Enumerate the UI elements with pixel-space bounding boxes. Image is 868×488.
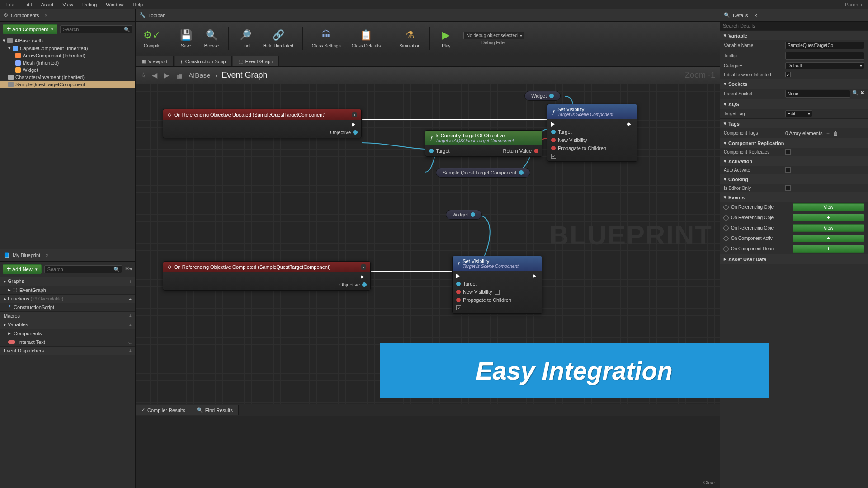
hide-unrelated-button[interactable]: 🔗Hide Unrelated xyxy=(259,26,297,50)
exec-in-pin[interactable] xyxy=(551,122,557,127)
clear-results-button[interactable]: Clear xyxy=(703,480,715,485)
variables-category[interactable]: ▸ Variables+ xyxy=(0,320,135,329)
grid-icon[interactable]: ▦ xyxy=(175,72,184,79)
tooltip-input[interactable] xyxy=(785,52,864,60)
functions-category[interactable]: ▸ Functions (29 Overridable)+ xyxy=(0,294,135,303)
menu-edit[interactable]: Edit xyxy=(19,1,37,8)
target-tag-select[interactable]: Edit▾ xyxy=(785,110,812,117)
delete-tag-icon[interactable]: 🗑 xyxy=(833,131,838,136)
exec-out-pin[interactable] xyxy=(533,274,538,278)
debug-object-select[interactable]: No debug object selected xyxy=(463,32,524,39)
objective-pin[interactable] xyxy=(353,130,358,135)
eye-closed-icon[interactable]: ◡ xyxy=(128,339,132,345)
event-add-button[interactable]: + xyxy=(793,214,864,221)
add-graph-button[interactable]: + xyxy=(129,279,132,284)
add-variable-button[interactable]: + xyxy=(129,322,132,328)
forward-icon[interactable]: ▶ xyxy=(163,71,170,80)
event-view-button[interactable]: View xyxy=(793,224,864,232)
tree-row-charmove[interactable]: CharacterMovement (Inherited) xyxy=(0,74,135,81)
details-search[interactable] xyxy=(720,22,868,30)
add-function-button[interactable]: + xyxy=(129,296,132,302)
widget-var-1[interactable]: Widget xyxy=(524,91,561,101)
favorite-icon[interactable]: ☆ xyxy=(140,71,146,80)
menu-file[interactable]: File xyxy=(2,1,19,8)
editable-checkbox[interactable]: ✓ xyxy=(785,72,791,77)
close-icon[interactable]: × xyxy=(44,13,47,18)
variable-section[interactable]: ▾ Variable xyxy=(720,31,868,40)
event-add-button[interactable]: + xyxy=(793,235,864,242)
event-view-button[interactable]: View xyxy=(793,203,864,211)
add-tag-icon[interactable]: ＋ xyxy=(826,130,830,136)
interacttext-var[interactable]: Interact Text◡ xyxy=(0,338,135,346)
tree-row-samplequest[interactable]: SampleQuestTargetComponent xyxy=(0,81,135,88)
aqs-section[interactable]: ▾ AQS xyxy=(720,99,868,109)
propagate-pin[interactable] xyxy=(456,298,461,302)
constructionscript-item[interactable]: ƒConstructionScript xyxy=(0,303,135,311)
tree-row-mesh[interactable]: Mesh (Inherited) xyxy=(0,59,135,66)
menu-debug[interactable]: Debug xyxy=(78,1,101,8)
compile-button[interactable]: ⚙✓Compile xyxy=(140,26,164,50)
eventgraph-item[interactable]: ▸ ⬚EventGraph xyxy=(0,286,135,294)
menu-window[interactable]: Window xyxy=(101,1,128,8)
add-new-button[interactable]: ✚ Add New xyxy=(3,264,42,274)
back-icon[interactable]: ◀ xyxy=(151,71,158,80)
class-defaults-button[interactable]: 📋Class Defaults xyxy=(348,26,384,50)
menu-help[interactable]: Help xyxy=(128,1,147,8)
tree-row-widget[interactable]: Widget xyxy=(0,66,135,74)
close-icon[interactable]: × xyxy=(46,253,48,258)
parent-socket-input[interactable] xyxy=(785,90,850,98)
components-var-item[interactable]: ▸Components xyxy=(0,329,135,338)
replication-section[interactable]: ▾ Component Replication xyxy=(720,138,868,148)
function-node-istarget[interactable]: ƒIs Currently Target Of ObjectiveTarget … xyxy=(425,130,542,157)
sockets-section[interactable]: ▾ Sockets xyxy=(720,79,868,89)
compiler-results-tab[interactable]: ✓Compiler Results xyxy=(136,405,191,415)
tags-section[interactable]: ▾ Tags xyxy=(720,119,868,128)
events-section[interactable]: ▾ Events xyxy=(720,192,868,202)
setvisibility-node-1[interactable]: ƒSet VisibilityTarget is Scene Component… xyxy=(547,104,637,162)
propagate-checkbox[interactable]: ✓ xyxy=(456,305,461,310)
target-in-pin[interactable] xyxy=(456,282,461,286)
target-in-pin[interactable] xyxy=(551,130,556,134)
objective-pin[interactable] xyxy=(362,282,367,287)
play-button[interactable]: ▶Play xyxy=(435,26,457,50)
assetuserdata-section[interactable]: ▸ Asset User Data xyxy=(720,254,868,264)
tree-row-capsule[interactable]: ▾CapsuleComponent (Inherited) xyxy=(0,44,135,52)
class-settings-button[interactable]: 🏛Class Settings xyxy=(308,26,344,50)
breadcrumb-root[interactable]: AIBase xyxy=(189,71,210,79)
editoronly-checkbox[interactable] xyxy=(785,185,791,191)
cooking-section[interactable]: ▾ Cooking xyxy=(720,174,868,184)
node-toggle[interactable]: ▫ xyxy=(361,264,366,270)
close-icon[interactable]: × xyxy=(755,13,757,18)
clear-socket-icon[interactable]: ✖ xyxy=(860,90,864,98)
graphs-category[interactable]: ▸ Graphs+ xyxy=(0,277,135,286)
viewport-tab[interactable]: ▦Viewport xyxy=(136,56,174,66)
menu-asset[interactable]: Asset xyxy=(37,1,58,8)
variable-name-input[interactable] xyxy=(785,42,864,49)
event-node-completed[interactable]: ◇On Referencing Objective Completed (Sam… xyxy=(163,261,371,291)
propagate-checkbox[interactable]: ✓ xyxy=(551,154,556,159)
search-socket-icon[interactable]: 🔍 xyxy=(852,90,859,98)
exec-out-pin[interactable] xyxy=(627,122,633,127)
myblueprint-tab[interactable]: 📘 My Blueprint × xyxy=(0,249,135,262)
node-toggle[interactable]: ▫ xyxy=(352,112,357,117)
category-select[interactable]: Default▾ xyxy=(785,62,864,69)
widget-var-2[interactable]: Widget xyxy=(446,210,482,220)
samplequest-var[interactable]: Sample Quest Target Component xyxy=(436,168,530,178)
browse-button[interactable]: 🔍Browse xyxy=(201,26,223,50)
event-add-button[interactable]: + xyxy=(793,245,864,253)
autoactivate-checkbox[interactable] xyxy=(785,167,791,173)
target-pin[interactable] xyxy=(429,149,434,153)
tree-row-aibase[interactable]: ▾AIBase (self) xyxy=(0,37,135,44)
toolbar-tab[interactable]: 🔧 Toolbar xyxy=(136,9,720,22)
macros-category[interactable]: Macros+ xyxy=(0,311,135,320)
visibility-icon[interactable]: 👁▾ xyxy=(125,266,132,272)
dispatchers-category[interactable]: Event Dispatchers+ xyxy=(0,346,135,355)
return-pin[interactable] xyxy=(534,149,538,153)
tree-row-arrow[interactable]: ArrowComponent (Inherited) xyxy=(0,52,135,59)
exec-in-pin[interactable] xyxy=(456,274,462,278)
propagate-pin[interactable] xyxy=(551,146,556,150)
details-tab[interactable]: 🔍 Details × xyxy=(720,9,868,22)
add-component-button[interactable]: ✚ Add Component xyxy=(3,24,57,34)
newvis-checkbox[interactable] xyxy=(495,290,500,295)
components-tab[interactable]: ⚙ Components × xyxy=(0,9,135,22)
